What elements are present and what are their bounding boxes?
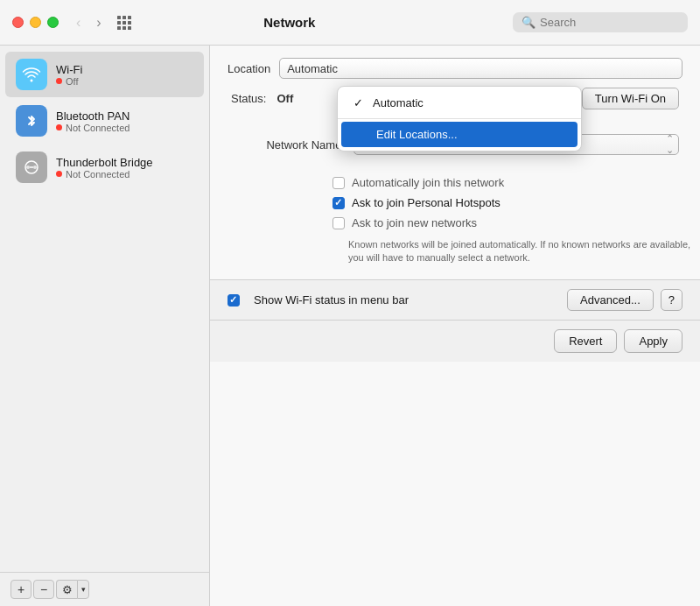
footer-buttons: Revert Apply bbox=[210, 320, 700, 362]
search-input[interactable] bbox=[540, 16, 679, 29]
tb-item-status: Not Connected bbox=[56, 169, 153, 180]
bottom-right-btns: Advanced... ? bbox=[567, 289, 682, 311]
ask-hotspots-label: Ask to join Personal Hotspots bbox=[352, 196, 500, 209]
show-status-row: Show Wi-Fi status in menu bar bbox=[228, 293, 558, 307]
bt-status-dot bbox=[56, 124, 62, 130]
ask-new-networks-row: Ask to join new networks bbox=[210, 216, 700, 229]
auto-join-row: Automatically join this network bbox=[210, 176, 700, 189]
wifi-status-dot bbox=[56, 78, 62, 84]
sidebar-item-wifi[interactable]: Wi-Fi Off bbox=[5, 52, 204, 97]
bluetooth-icon bbox=[16, 105, 47, 137]
ask-new-networks-checkbox[interactable] bbox=[332, 217, 345, 229]
minimize-button[interactable] bbox=[30, 17, 41, 28]
sidebar-item-thunderbolt[interactable]: Thunderbolt Bridge Not Connected bbox=[5, 144, 204, 190]
wifi-item-text: Wi-Fi Off bbox=[56, 63, 82, 87]
wifi-icon bbox=[16, 59, 47, 90]
location-dropdown: ✓ Automatic ✓ Edit Locations... bbox=[337, 86, 582, 152]
svg-point-1 bbox=[26, 166, 30, 169]
network-name-label: Network Name: bbox=[231, 138, 345, 152]
bt-item-text: Bluetooth PAN Not Connected bbox=[56, 109, 130, 133]
ask-hotspots-row: Ask to join Personal Hotspots bbox=[210, 196, 700, 209]
advanced-button[interactable]: Advanced... bbox=[567, 289, 654, 311]
help-text: Known networks will be joined automatica… bbox=[210, 238, 700, 265]
location-label: Location bbox=[228, 62, 270, 75]
auto-join-checkbox[interactable] bbox=[332, 177, 345, 189]
wifi-item-name: Wi-Fi bbox=[56, 63, 82, 76]
right-panel: Location Automatic ✓ Automatic ✓ Edit Lo… bbox=[210, 46, 700, 606]
main-content: Wi-Fi Off Bluetooth PAN bbox=[0, 46, 700, 606]
search-icon: 🔍 bbox=[522, 16, 536, 29]
gear-button[interactable]: ⚙ bbox=[56, 580, 77, 599]
close-button[interactable] bbox=[12, 17, 24, 28]
ask-new-networks-label: Ask to join new networks bbox=[352, 216, 477, 229]
svg-point-2 bbox=[33, 166, 37, 169]
sidebar: Wi-Fi Off Bluetooth PAN bbox=[0, 46, 210, 606]
traffic-lights bbox=[12, 17, 59, 28]
gear-chevron-button[interactable]: ▾ bbox=[77, 580, 89, 599]
ask-hotspots-checkbox[interactable] bbox=[332, 197, 345, 209]
dropdown-divider bbox=[338, 118, 581, 119]
show-status-checkbox[interactable] bbox=[228, 294, 240, 307]
search-box[interactable]: 🔍 bbox=[513, 12, 688, 32]
status-label: Status: bbox=[231, 92, 266, 105]
show-status-label: Show Wi-Fi status in menu bar bbox=[254, 293, 409, 307]
turn-wifi-button[interactable]: Turn Wi-Fi On bbox=[582, 88, 679, 109]
window-title: Network bbox=[75, 15, 504, 30]
bt-item-status: Not Connected bbox=[56, 123, 130, 133]
bottom-bar: Show Wi-Fi status in menu bar Advanced..… bbox=[210, 279, 700, 320]
tb-item-name: Thunderbolt Bridge bbox=[56, 156, 153, 169]
dropdown-item-automatic[interactable]: ✓ Automatic bbox=[338, 90, 581, 116]
title-bar: ‹ › Network 🔍 bbox=[0, 0, 700, 46]
location-bar: Location Automatic ✓ Automatic ✓ Edit Lo… bbox=[210, 46, 700, 88]
bt-item-name: Bluetooth PAN bbox=[56, 109, 130, 123]
thunderbolt-icon bbox=[16, 152, 47, 183]
maximize-button[interactable] bbox=[47, 17, 59, 28]
wifi-item-status: Off bbox=[56, 76, 82, 87]
location-select[interactable]: Automatic bbox=[279, 58, 682, 79]
gear-select: ⚙ ▾ bbox=[56, 580, 89, 599]
add-network-button[interactable]: + bbox=[10, 580, 32, 599]
sidebar-footer: + − ⚙ ▾ bbox=[0, 572, 209, 606]
tb-item-text: Thunderbolt Bridge Not Connected bbox=[56, 156, 153, 180]
help-button[interactable]: ? bbox=[661, 289, 682, 311]
auto-join-label: Automatically join this network bbox=[352, 176, 504, 189]
status-value: Off bbox=[276, 92, 293, 105]
sidebar-list: Wi-Fi Off Bluetooth PAN bbox=[0, 46, 209, 572]
tb-status-dot bbox=[56, 171, 62, 177]
apply-button[interactable]: Apply bbox=[624, 329, 682, 353]
checkmark-icon: ✓ bbox=[354, 96, 366, 109]
sidebar-item-bluetooth[interactable]: Bluetooth PAN Not Connected bbox=[5, 98, 204, 144]
remove-network-button[interactable]: − bbox=[33, 580, 54, 599]
revert-button[interactable]: Revert bbox=[554, 329, 617, 353]
dropdown-item-edit-locations[interactable]: ✓ Edit Locations... bbox=[341, 122, 578, 147]
